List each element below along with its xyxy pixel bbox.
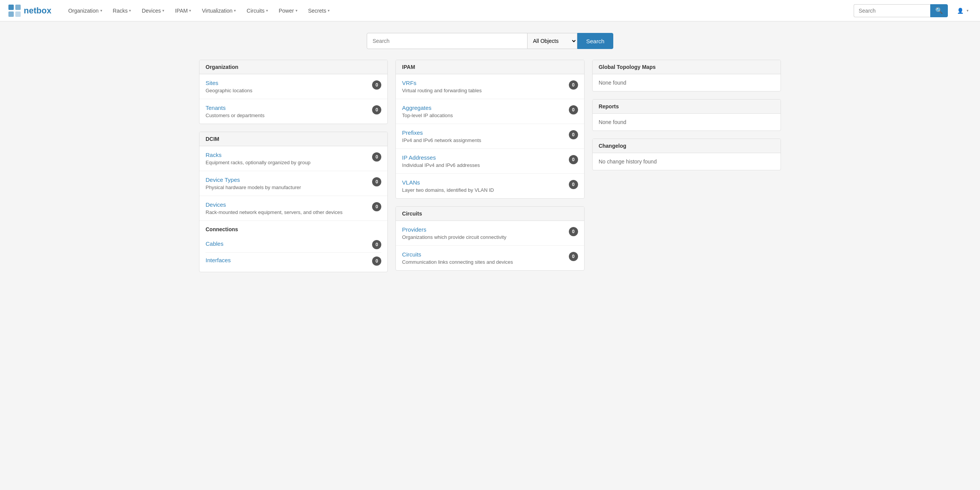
- svg-rect-0: [8, 5, 14, 10]
- main-content: All Objects Search Organization Sites Ge…: [191, 21, 789, 284]
- nav-item-circuits[interactable]: Circuits ▾: [241, 0, 273, 21]
- vrfs-link[interactable]: VRFs: [402, 80, 565, 86]
- navbar-search-input[interactable]: [854, 4, 930, 17]
- ipam-card-body: VRFs Virtual routing and forwarding tabl…: [396, 74, 584, 198]
- providers-link[interactable]: Providers: [402, 226, 565, 233]
- device-types-link[interactable]: Device Types: [206, 176, 368, 183]
- organization-card: Organization Sites Geographic locations …: [199, 60, 388, 124]
- navbar-search-button[interactable]: 🔍: [930, 4, 948, 17]
- nav-item-organization[interactable]: Organization ▾: [63, 0, 107, 21]
- nav-item-virtualization[interactable]: Virtualization ▾: [196, 0, 241, 21]
- cables-link[interactable]: Cables: [206, 240, 224, 247]
- devices-description: Rack-mounted network equipment, servers,…: [206, 209, 343, 215]
- list-item: IP Addresses Individual IPv4 and IPv6 ad…: [396, 149, 584, 174]
- navbar: netbox Organization ▾ Racks ▾ Devices ▾ …: [0, 0, 980, 21]
- brand-logo[interactable]: netbox: [8, 4, 51, 18]
- left-column: Organization Sites Geographic locations …: [199, 60, 388, 272]
- list-item: Interfaces 0: [206, 253, 381, 269]
- nav-item-power[interactable]: Power ▾: [273, 0, 303, 21]
- circuits-description: Communication links connecting sites and…: [402, 259, 513, 265]
- user-icon: 👤: [957, 8, 964, 14]
- circuits-card: Circuits Providers Organizations which p…: [395, 206, 584, 271]
- tenants-link[interactable]: Tenants: [206, 105, 368, 111]
- organization-card-body: Sites Geographic locations 0 Tenants Cus…: [199, 74, 387, 124]
- changelog-panel: Changelog No change history found: [592, 139, 781, 170]
- svg-rect-3: [15, 11, 21, 17]
- chevron-down-icon: ▾: [296, 8, 297, 13]
- ip-addresses-count-badge: 0: [569, 155, 578, 164]
- list-item: Device Types Physical hardware models by…: [199, 171, 387, 196]
- topology-panel-header: Global Topology Maps: [593, 60, 781, 74]
- list-item: Cables 0: [206, 236, 381, 253]
- dcim-card-body: Racks Equipment racks, optionally organi…: [199, 146, 387, 272]
- nav-item-devices[interactable]: Devices ▾: [136, 0, 170, 21]
- prefixes-count-badge: 0: [569, 130, 578, 139]
- vlans-count-badge: 0: [569, 180, 578, 189]
- ipam-card: IPAM VRFs Virtual routing and forwarding…: [395, 60, 584, 199]
- tenants-count-badge: 0: [372, 105, 381, 114]
- right-column: Global Topology Maps None found Reports …: [592, 60, 781, 170]
- list-item: Devices Rack-mounted network equipment, …: [199, 196, 387, 221]
- circuits-card-header: Circuits: [396, 207, 584, 221]
- aggregates-description: Top-level IP allocations: [402, 113, 453, 118]
- list-item: VLANs Layer two domains, identified by V…: [396, 174, 584, 198]
- reports-panel-body: None found: [593, 114, 781, 131]
- sites-link[interactable]: Sites: [206, 80, 368, 86]
- nav-item-ipam[interactable]: IPAM ▾: [170, 0, 196, 21]
- svg-rect-2: [8, 11, 14, 17]
- search-icon: 🔍: [935, 7, 943, 14]
- device-types-count-badge: 0: [372, 177, 381, 186]
- circuits-card-body: Providers Organizations which provide ci…: [396, 221, 584, 270]
- ip-addresses-description: Individual IPv4 and IPv6 addresses: [402, 162, 480, 168]
- prefixes-link[interactable]: Prefixes: [402, 129, 565, 136]
- search-input[interactable]: [367, 33, 528, 49]
- list-item: Prefixes IPv4 and IPv6 network assignmen…: [396, 124, 584, 149]
- chevron-down-icon: ▾: [266, 8, 268, 13]
- topology-panel-body: None found: [593, 74, 781, 91]
- aggregates-count-badge: 0: [569, 105, 578, 114]
- search-bar: All Objects Search: [199, 33, 781, 49]
- organization-card-header: Organization: [199, 60, 387, 74]
- providers-count-badge: 0: [569, 227, 578, 236]
- vlans-link[interactable]: VLANs: [402, 179, 565, 186]
- search-button[interactable]: Search: [577, 33, 613, 49]
- chevron-down-icon: ▾: [328, 8, 330, 13]
- brand-icon: [8, 4, 21, 18]
- changelog-panel-header: Changelog: [593, 139, 781, 153]
- circuits-link[interactable]: Circuits: [402, 251, 565, 258]
- devices-count-badge: 0: [372, 202, 381, 211]
- sites-description: Geographic locations: [206, 88, 252, 93]
- sites-count-badge: 0: [372, 80, 381, 90]
- racks-link[interactable]: Racks: [206, 152, 368, 158]
- vrfs-description: Virtual routing and forwarding tables: [402, 88, 482, 93]
- chevron-down-icon: ▾: [967, 8, 969, 13]
- reports-panel: Reports None found: [592, 99, 781, 131]
- nav-item-secrets[interactable]: Secrets ▾: [303, 0, 335, 21]
- circuits-count-badge: 0: [569, 252, 578, 261]
- list-item: Aggregates Top-level IP allocations 0: [396, 99, 584, 124]
- changelog-panel-body: No change history found: [593, 153, 781, 170]
- aggregates-link[interactable]: Aggregates: [402, 105, 565, 111]
- search-object-select[interactable]: All Objects: [528, 33, 577, 49]
- user-menu[interactable]: 👤 ▾: [953, 5, 972, 16]
- list-item: Racks Equipment racks, optionally organi…: [199, 146, 387, 171]
- cables-count-badge: 0: [372, 240, 381, 249]
- list-item: Providers Organizations which provide ci…: [396, 221, 584, 246]
- chevron-down-icon: ▾: [189, 8, 191, 13]
- list-item: Circuits Communication links connecting …: [396, 246, 584, 270]
- nav-item-racks[interactable]: Racks ▾: [108, 0, 137, 21]
- devices-link[interactable]: Devices: [206, 201, 368, 208]
- chevron-down-icon: ▾: [100, 8, 102, 13]
- ipam-card-header: IPAM: [396, 60, 584, 74]
- chevron-down-icon: ▾: [234, 8, 236, 13]
- topology-panel: Global Topology Maps None found: [592, 60, 781, 91]
- racks-count-badge: 0: [372, 152, 381, 162]
- interfaces-link[interactable]: Interfaces: [206, 257, 231, 263]
- interfaces-count-badge: 0: [372, 256, 381, 266]
- svg-rect-1: [15, 5, 21, 10]
- dcim-card-header: DCIM: [199, 132, 387, 146]
- ip-addresses-link[interactable]: IP Addresses: [402, 154, 565, 161]
- vlans-description: Layer two domains, identified by VLAN ID: [402, 187, 494, 193]
- dcim-card: DCIM Racks Equipment racks, optionally o…: [199, 132, 388, 272]
- list-item: VRFs Virtual routing and forwarding tabl…: [396, 74, 584, 99]
